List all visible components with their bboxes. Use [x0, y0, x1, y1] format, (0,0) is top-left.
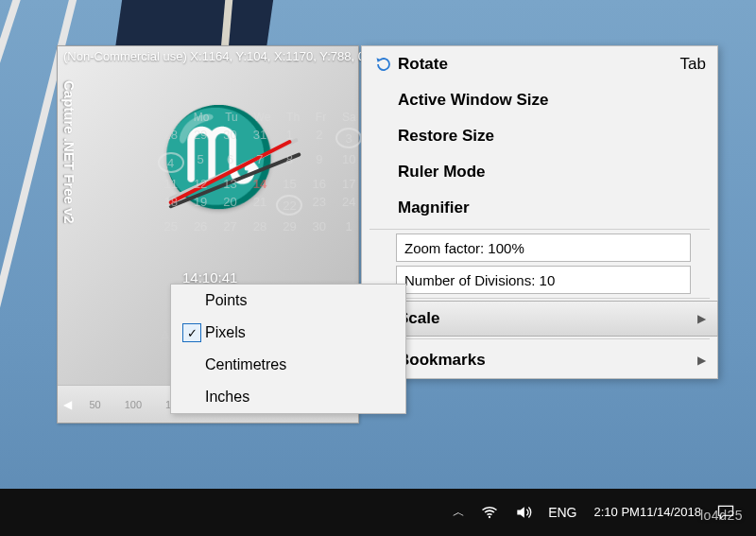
menu-item-label: Bookmarks [398, 351, 697, 370]
unit-option-inches[interactable]: Inches [171, 381, 405, 413]
window-title[interactable]: (Non-Commercial use) X:1164, Y:104, X:11… [58, 46, 358, 66]
menu-separator [369, 229, 710, 230]
chevron-right-icon: ▶ [697, 312, 706, 325]
chevron-right-icon: ▶ [697, 354, 706, 367]
wifi-icon[interactable] [480, 503, 499, 522]
menu-item-label: Restore Size [398, 127, 706, 146]
number-of-divisions-field[interactable]: Number of Divisions: 10 [396, 266, 691, 294]
unit-option-pixels[interactable]: ✓ Pixels [171, 317, 405, 349]
calendar-overlay: SuMo TuWe ThFr Sa 28293031123 45678910 1… [156, 111, 364, 237]
menu-item-label: Scale [398, 309, 697, 328]
menu-accelerator: Tab [680, 55, 706, 74]
menu-item-bookmarks[interactable]: Bookmarks ▶ [362, 342, 717, 378]
menu-item-label: Pixels [205, 324, 246, 341]
menu-item-label: Rotate [398, 55, 680, 74]
app-name-vertical: Capture .NET Free v2 [61, 80, 77, 224]
menu-item-rotate[interactable]: Rotate Tab [362, 46, 717, 82]
field-value: Zoom factor: 100% [404, 240, 524, 256]
units-submenu[interactable]: Points ✓ Pixels Centimetres Inches [170, 284, 406, 414]
language-indicator[interactable]: ENG [548, 505, 576, 520]
menu-item-label: Magnifier [398, 199, 706, 217]
tray-clock[interactable]: 2:10 PM 11/14/2018 [594, 505, 702, 520]
triangle-left-icon[interactable]: ◀ [63, 398, 72, 411]
zoom-factor-field[interactable]: Zoom factor: 100% [396, 233, 691, 262]
clock-second-hand [168, 139, 292, 204]
refresh-icon [369, 56, 398, 73]
svg-point-0 [489, 516, 490, 518]
watermark: lo4d25 [700, 508, 743, 523]
menu-item-label: Active Window Size [398, 91, 706, 110]
unit-option-points[interactable]: Points [171, 285, 405, 317]
menu-item-label: Points [205, 292, 247, 309]
menu-item-label: Ruler Mode [398, 163, 706, 182]
menu-separator [369, 338, 710, 339]
menu-item-ruler-mode[interactable]: Ruler Mode [362, 154, 717, 190]
tray-time: 2:10 PM [594, 505, 640, 520]
context-menu[interactable]: Rotate Tab Active Window Size Restore Si… [361, 45, 718, 379]
menu-item-label: Inches [205, 389, 249, 406]
menu-item-label: Centimetres [205, 356, 286, 373]
checkbox-checked-icon: ✓ [179, 323, 205, 342]
taskbar[interactable]: ︿ ENG 2:10 PM 11/14/2018 [0, 489, 756, 536]
clock-hand [168, 152, 301, 209]
field-value: Number of Divisions: 10 [404, 272, 555, 288]
menu-separator [369, 298, 710, 299]
tray-date: 11/14/2018 [640, 505, 701, 520]
menu-item-active-window-size[interactable]: Active Window Size [362, 82, 717, 118]
volume-icon[interactable] [514, 503, 533, 522]
unit-option-centimetres[interactable]: Centimetres [171, 349, 405, 381]
menu-item-magnifier[interactable]: Magnifier [362, 190, 717, 226]
menu-item-scale[interactable]: Scale ▶ [361, 301, 718, 337]
tray-overflow-icon[interactable]: ︿ [453, 504, 465, 521]
menu-item-restore-size[interactable]: Restore Size [362, 118, 717, 154]
